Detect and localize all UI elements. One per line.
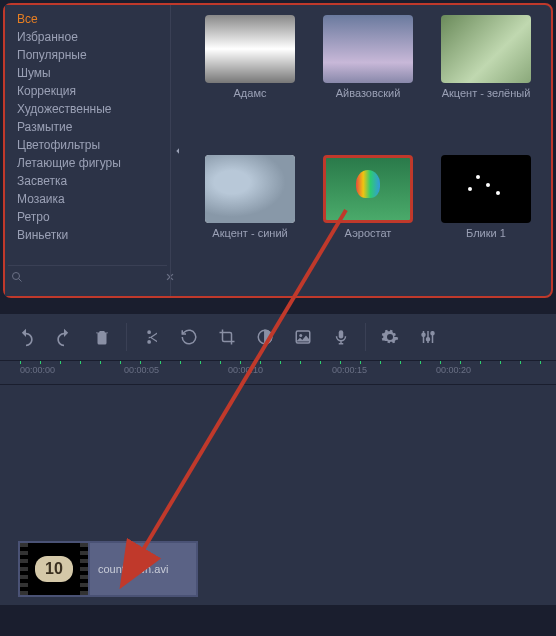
category-artistic[interactable]: Художественные xyxy=(5,100,170,118)
category-retro[interactable]: Ретро xyxy=(5,208,170,226)
clip-frame-number: 10 xyxy=(35,556,73,582)
search-input[interactable] xyxy=(23,269,165,285)
filter-label: Блики 1 xyxy=(466,227,506,240)
svg-point-11 xyxy=(422,333,425,336)
cut-button[interactable] xyxy=(133,319,169,355)
category-vignette[interactable]: Виньетки xyxy=(5,226,170,244)
collapse-sidebar-button[interactable] xyxy=(170,5,185,296)
delete-button[interactable] xyxy=(84,319,120,355)
filter-adams[interactable]: Адамс xyxy=(195,15,305,147)
settings-button[interactable] xyxy=(372,319,408,355)
svg-point-0 xyxy=(13,273,20,280)
category-popular[interactable]: Популярные xyxy=(5,46,170,64)
ruler-tick: 00:00:00 xyxy=(20,365,55,375)
undo-button[interactable] xyxy=(8,319,44,355)
video-clip[interactable]: 10 countdown.avi xyxy=(18,541,198,597)
svg-point-6 xyxy=(299,334,302,337)
category-light[interactable]: Засветка xyxy=(5,172,170,190)
filter-thumbnail xyxy=(323,155,413,223)
svg-point-12 xyxy=(427,338,430,341)
filter-thumbnail xyxy=(205,15,295,83)
svg-rect-7 xyxy=(339,330,344,338)
filter-thumbnail xyxy=(205,155,295,223)
filter-aerostat[interactable]: Аэростат xyxy=(313,155,423,287)
filter-thumbnail xyxy=(441,15,531,83)
separator xyxy=(126,323,127,351)
category-list: Все Избранное Популярные Шумы Коррекция … xyxy=(5,10,170,262)
filter-accent-green[interactable]: Акцент - зелёный xyxy=(431,15,541,147)
category-all[interactable]: Все xyxy=(5,10,170,28)
toolbar xyxy=(0,313,556,361)
category-noise[interactable]: Шумы xyxy=(5,64,170,82)
filter-bliki-1[interactable]: Блики 1 xyxy=(431,155,541,287)
microphone-button[interactable] xyxy=(323,319,359,355)
filter-label: Акцент - зелёный xyxy=(442,87,531,100)
timeline-tracks[interactable]: 10 countdown.avi xyxy=(0,385,556,605)
filters-panel: Все Избранное Популярные Шумы Коррекция … xyxy=(3,3,553,298)
separator xyxy=(365,323,366,351)
equalizer-button[interactable] xyxy=(410,319,446,355)
filter-aivazovsky[interactable]: Айвазовский xyxy=(313,15,423,147)
ruler-tick: 00:00:10 xyxy=(228,365,263,375)
category-mosaic[interactable]: Мозаика xyxy=(5,190,170,208)
timeline-ruler[interactable]: 00:00:00 00:00:05 00:00:10 00:00:15 00:0… xyxy=(0,361,556,385)
svg-line-1 xyxy=(19,279,22,282)
rotate-button[interactable] xyxy=(171,319,207,355)
redo-button[interactable] xyxy=(46,319,82,355)
ruler-tick: 00:00:15 xyxy=(332,365,367,375)
search-icon xyxy=(11,269,23,285)
filter-label: Акцент - синий xyxy=(212,227,287,240)
filter-label: Айвазовский xyxy=(336,87,401,100)
filter-label: Аэростат xyxy=(345,227,392,240)
clip-thumbnail: 10 xyxy=(20,543,90,595)
color-adjust-button[interactable] xyxy=(247,319,283,355)
timeline: 00:00:00 00:00:05 00:00:10 00:00:15 00:0… xyxy=(0,361,556,605)
filter-label: Адамс xyxy=(234,87,267,100)
category-colorfilters[interactable]: Цветофильтры xyxy=(5,136,170,154)
filters-grid: Адамс Айвазовский Акцент - зелёный Акцен… xyxy=(185,5,551,296)
filter-thumbnail xyxy=(441,155,531,223)
ruler-tick: 00:00:05 xyxy=(124,365,159,375)
category-favorites[interactable]: Избранное xyxy=(5,28,170,46)
svg-point-13 xyxy=(431,332,434,335)
search-row xyxy=(8,265,167,288)
filter-thumbnail xyxy=(323,15,413,83)
category-blur[interactable]: Размытие xyxy=(5,118,170,136)
ruler-tick: 00:00:20 xyxy=(436,365,471,375)
category-sidebar: Все Избранное Популярные Шумы Коррекция … xyxy=(5,5,170,296)
crop-button[interactable] xyxy=(209,319,245,355)
category-correction[interactable]: Коррекция xyxy=(5,82,170,100)
category-flying[interactable]: Летающие фигуры xyxy=(5,154,170,172)
clip-filename: countdown.avi xyxy=(90,563,196,575)
image-button[interactable] xyxy=(285,319,321,355)
filter-accent-blue[interactable]: Акцент - синий xyxy=(195,155,305,287)
